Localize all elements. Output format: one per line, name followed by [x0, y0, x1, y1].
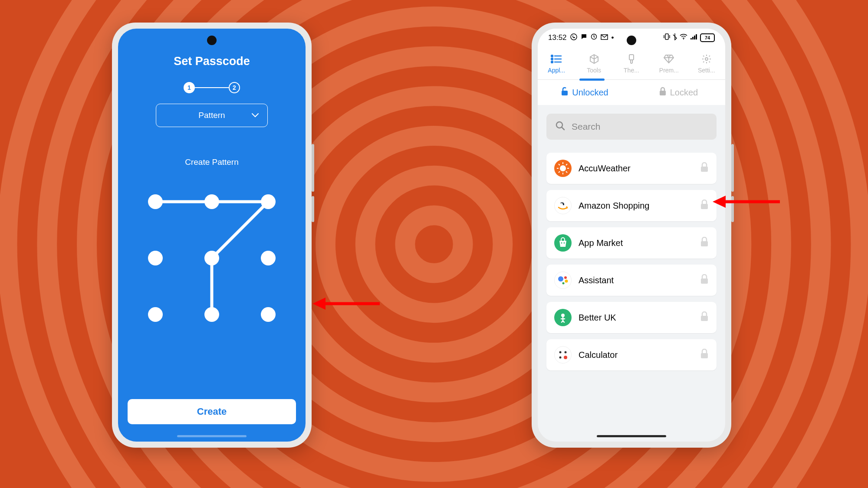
- pattern-dot[interactable]: [148, 194, 163, 209]
- power-button: [312, 196, 314, 222]
- app-list: AccuWeather Amazon Shopping App Market A…: [546, 153, 717, 370]
- tab-themes[interactable]: The...: [618, 53, 644, 74]
- tab-label: Unlocked: [572, 88, 608, 98]
- svg-point-27: [705, 58, 708, 60]
- unlock-icon: [561, 87, 569, 98]
- vibrate-icon: [664, 33, 670, 43]
- pattern-dot[interactable]: [261, 194, 276, 209]
- tab-label: Prem...: [659, 67, 679, 74]
- tab-settings[interactable]: Setti...: [694, 53, 720, 74]
- tab-applications[interactable]: Appl...: [543, 53, 569, 74]
- lock-icon: [659, 87, 667, 98]
- app-name: App Market: [579, 238, 693, 248]
- brush-icon: [625, 53, 638, 65]
- tab-premium[interactable]: Prem...: [656, 53, 682, 74]
- app-name: Amazon Shopping: [579, 201, 693, 211]
- svg-marker-62: [713, 196, 726, 208]
- home-indicator[interactable]: [177, 435, 247, 437]
- app-row-appmarket[interactable]: App Market: [546, 227, 717, 259]
- tab-label: Appl...: [548, 67, 565, 74]
- wifi-icon: [680, 33, 687, 42]
- svg-line-39: [559, 171, 560, 173]
- svg-rect-17: [692, 37, 694, 39]
- create-button-label: Create: [197, 406, 227, 417]
- svg-point-55: [565, 351, 567, 354]
- create-button[interactable]: Create: [128, 399, 296, 424]
- app-icon: [554, 234, 572, 252]
- svg-rect-41: [701, 167, 708, 172]
- search-placeholder: Search: [572, 121, 601, 132]
- app-row-amazon[interactable]: Amazon Shopping: [546, 190, 717, 221]
- app-row-betteruk[interactable]: Better UK: [546, 302, 717, 333]
- svg-rect-28: [562, 91, 568, 95]
- app-icon: [554, 160, 572, 177]
- step-indicator: 1 2: [184, 82, 240, 93]
- svg-point-32: [560, 165, 566, 171]
- svg-point-1: [365, 175, 503, 313]
- pattern-dot[interactable]: [204, 194, 219, 209]
- step-2: 2: [229, 82, 240, 93]
- tab-locked[interactable]: Locked: [631, 87, 725, 98]
- app-icon: [554, 272, 572, 289]
- app-name: Calculator: [579, 350, 693, 360]
- instruction-text: Create Pattern: [185, 157, 239, 167]
- bluetooth-icon: [673, 33, 677, 43]
- lock-toggle-icon[interactable]: [700, 162, 709, 174]
- battery-indicator: 74: [700, 33, 715, 42]
- svg-point-54: [559, 351, 562, 354]
- annotation-arrow-right: [713, 193, 782, 210]
- step-1: 1: [184, 82, 195, 93]
- svg-rect-14: [665, 34, 668, 39]
- tab-tools[interactable]: Tools: [581, 53, 607, 74]
- tab-label: Tools: [587, 67, 601, 74]
- lock-toggle-icon[interactable]: [700, 311, 709, 324]
- svg-point-56: [559, 357, 562, 359]
- lock-toggle-icon[interactable]: [700, 200, 709, 212]
- phone-left: Set Passcode 1 2 Pattern Create Pattern: [112, 23, 312, 448]
- svg-rect-51: [701, 278, 708, 284]
- svg-rect-43: [701, 204, 708, 209]
- svg-point-11: [571, 34, 577, 40]
- pattern-dot[interactable]: [261, 307, 276, 322]
- pattern-dot[interactable]: [204, 307, 219, 322]
- gmail-icon: [601, 33, 608, 42]
- svg-point-50: [562, 282, 565, 285]
- diamond-icon: [663, 53, 675, 65]
- lock-toggle-icon[interactable]: [700, 237, 709, 249]
- svg-line-37: [559, 164, 560, 165]
- passcode-type-dropdown[interactable]: Pattern: [156, 104, 268, 127]
- tab-label: The...: [624, 67, 639, 74]
- lock-toggle-icon[interactable]: [700, 349, 709, 361]
- svg-point-24: [551, 61, 553, 63]
- svg-point-57: [564, 356, 567, 359]
- phone-right: 13:52 •: [532, 23, 731, 448]
- app-row-accuweather[interactable]: AccuWeather: [546, 153, 717, 184]
- svg-point-45: [564, 242, 565, 244]
- dropdown-label: Pattern: [198, 111, 225, 120]
- lock-toggle-icon[interactable]: [700, 274, 709, 286]
- app-row-assistant[interactable]: Assistant: [546, 265, 717, 296]
- app-name: Better UK: [579, 313, 693, 323]
- chat-icon: [581, 33, 587, 42]
- svg-point-44: [561, 242, 562, 244]
- gear-icon: [700, 53, 713, 65]
- pattern-dot[interactable]: [148, 307, 163, 322]
- svg-point-48: [564, 276, 567, 279]
- chevron-down-icon: [252, 111, 259, 119]
- signal-icon: [690, 33, 697, 42]
- svg-rect-19: [696, 34, 697, 39]
- list-icon: [550, 53, 562, 65]
- volume-button: [312, 144, 314, 192]
- search-input[interactable]: Search: [546, 114, 717, 140]
- svg-point-20: [551, 55, 553, 57]
- tab-label: Setti...: [698, 67, 715, 74]
- home-indicator[interactable]: [597, 435, 666, 437]
- svg-point-15: [683, 39, 684, 39]
- pattern-dot[interactable]: [148, 251, 163, 265]
- pattern-grid[interactable]: [142, 189, 281, 328]
- app-row-calculator[interactable]: Calculator: [546, 339, 717, 370]
- tab-unlocked[interactable]: Unlocked: [538, 87, 631, 98]
- pattern-dot[interactable]: [204, 251, 219, 265]
- app-name: Assistant: [579, 275, 693, 285]
- pattern-dot[interactable]: [261, 251, 276, 265]
